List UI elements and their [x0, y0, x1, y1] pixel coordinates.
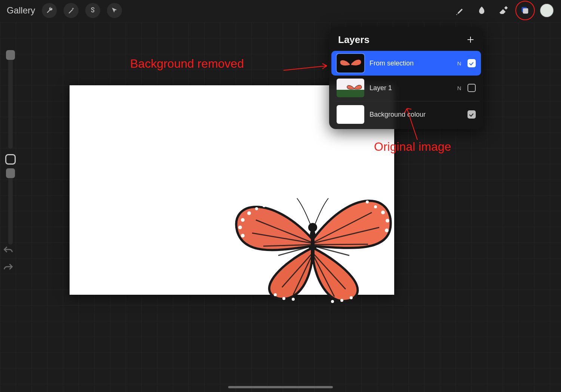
highlight-ring-annotation	[515, 1, 535, 20]
brush-size-slider[interactable]	[8, 52, 13, 149]
svg-point-11	[381, 211, 385, 214]
top-toolbar: Gallery	[0, 0, 561, 21]
undo-icon[interactable]	[3, 245, 13, 254]
svg-point-16	[357, 197, 360, 200]
svg-point-15	[366, 200, 369, 203]
gallery-button[interactable]: Gallery	[7, 5, 35, 16]
svg-line-25	[407, 108, 417, 140]
svg-point-18	[282, 297, 285, 300]
color-picker-button[interactable]	[539, 3, 554, 18]
artwork-butterfly	[222, 171, 402, 306]
wand-icon	[67, 7, 75, 14]
add-layer-button[interactable]	[465, 34, 476, 46]
annotation-arrow-2	[403, 106, 426, 142]
svg-point-6	[238, 226, 242, 229]
eraser-icon	[498, 5, 509, 16]
wrench-icon	[46, 7, 53, 14]
left-sidebar	[2, 52, 19, 245]
selection-s-icon	[89, 7, 96, 14]
layer-name-label: Layer 1	[370, 84, 451, 92]
svg-point-14	[374, 205, 377, 208]
blend-mode-indicator[interactable]: N	[456, 85, 462, 91]
layer-visibility-checkbox[interactable]	[468, 59, 476, 67]
svg-point-12	[386, 219, 389, 223]
layers-button[interactable]	[518, 3, 533, 18]
layers-panel-title: Layers	[338, 34, 370, 46]
layer-row-layer-1[interactable]: Layer 1 N	[331, 76, 481, 100]
layer-name-label: From selection	[370, 59, 451, 67]
adjustments-wand-button[interactable]	[64, 3, 79, 18]
brush-tool-button[interactable]	[453, 3, 468, 18]
brush-opacity-thumb[interactable]	[6, 168, 15, 178]
brush-opacity-slider[interactable]	[8, 170, 13, 245]
layer-divider	[333, 101, 479, 101]
svg-point-7	[241, 234, 245, 238]
cursor-arrow-icon	[111, 7, 118, 14]
thumb-butterfly-icon	[337, 54, 364, 73]
svg-point-10	[263, 204, 266, 207]
actions-wrench-button[interactable]	[42, 3, 57, 18]
svg-point-22	[331, 300, 334, 303]
annotation-arrow-1	[283, 61, 331, 76]
blend-mode-indicator[interactable]: N	[456, 60, 462, 67]
svg-line-24	[283, 66, 327, 70]
redo-icon[interactable]	[3, 262, 13, 271]
svg-point-13	[385, 229, 389, 232]
svg-point-8	[247, 211, 251, 215]
current-color-swatch	[540, 4, 554, 17]
modify-button[interactable]	[5, 154, 16, 165]
layer-row-from-selection[interactable]: From selection N	[331, 51, 481, 76]
brush-icon	[455, 5, 465, 16]
svg-point-4	[308, 223, 317, 232]
undo-redo-group	[3, 245, 13, 271]
svg-point-19	[292, 298, 295, 301]
svg-point-9	[255, 207, 258, 210]
transform-arrow-button[interactable]	[107, 3, 122, 18]
thumb-butterfly-icon	[345, 81, 364, 94]
selection-tool-button[interactable]	[85, 3, 100, 18]
svg-point-20	[350, 296, 353, 299]
layer-thumbnail	[337, 105, 364, 124]
brush-size-thumb[interactable]	[6, 50, 15, 60]
smudge-icon	[476, 5, 487, 16]
smudge-tool-button[interactable]	[474, 3, 489, 18]
layer-visibility-checkbox[interactable]	[468, 110, 476, 119]
svg-point-21	[340, 299, 343, 302]
svg-point-23	[350, 62, 351, 68]
layer-visibility-checkbox[interactable]	[468, 84, 476, 92]
plus-icon	[466, 35, 475, 44]
layer-thumbnail	[337, 79, 364, 97]
eraser-tool-button[interactable]	[496, 3, 511, 18]
home-indicator	[228, 386, 333, 388]
svg-point-5	[241, 218, 245, 222]
layer-thumbnail	[337, 54, 364, 73]
svg-point-17	[274, 293, 277, 296]
